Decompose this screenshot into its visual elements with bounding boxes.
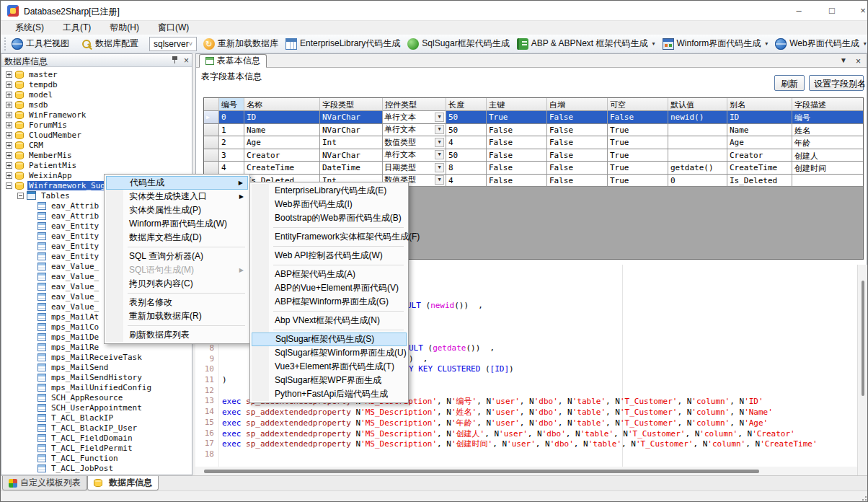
grid-cell[interactable] [792,175,864,188]
tree-expander-icon[interactable] [6,112,12,118]
grid-cell[interactable]: 创建人 [792,149,864,162]
context-menu-item-0[interactable]: 代码生成▶ [106,176,248,190]
set-field-alias-button[interactable]: 设置字段别名 [809,75,864,91]
context-menu-item-10[interactable]: 刷新数据库列表 [106,328,248,342]
grid-cell[interactable]: False [487,175,547,188]
tree-database-master[interactable]: master [6,69,59,79]
grid-cell[interactable]: 4 [446,136,487,149]
grid-cell[interactable]: 0 [219,111,244,124]
tree-table-SCH_UserAppointment-20[interactable]: SCH_UserAppointment [37,402,143,413]
grid-cell[interactable]: True [608,149,668,162]
grid-data-row[interactable]: 4CreateTimeDateTime日期类型▼8FalseFalseTrueg… [204,162,864,175]
tree-table-eav_Value_-7[interactable]: eav_Value_ [37,271,100,281]
submenu-item-6[interactable]: ABP的Vue+Element界面代码(V) [252,281,407,295]
grid-cell[interactable]: 8 [446,162,487,175]
submenu-item-11[interactable]: Vue3+Element界面代码生成(T) [252,360,407,374]
tree-database-WinFramework[interactable]: WinFramework [6,110,87,120]
tree-expander-icon[interactable] [6,132,12,138]
grid-cell[interactable]: True [608,136,668,149]
tree-node-tables[interactable]: Tables [17,190,71,201]
context-menu-item-4[interactable]: 数据库文档生成(D) [106,231,248,245]
tree-database-ForumMis[interactable]: ForumMis [6,120,68,130]
tree-table-T_ACL_LoginLog-27[interactable]: T_ACL_LoginLog [37,473,120,475]
grid-cell[interactable]: ID [244,111,320,124]
grid-cell-combobox[interactable]: 数值类型▼ [383,136,446,149]
tree-expander-icon[interactable] [6,71,12,78]
grid-cell[interactable]: True [608,175,668,188]
tree-table-SCH_AppResource-19[interactable]: SCH_AppResource [37,392,124,402]
resize-grip[interactable] [860,494,867,501]
grid-cell[interactable]: DateTime [320,162,383,175]
context-menu-item-7[interactable]: 拷贝列表内容(C) [106,277,248,291]
grid-cell[interactable] [668,149,727,162]
context-menu-item-8[interactable]: 表别名修改 [106,296,248,309]
grid-cell[interactable]: 年龄 [792,136,864,149]
grid-cell[interactable] [668,124,727,137]
tree-table-T_ACL_FieldPermit-24[interactable]: T_ACL_FieldPermit [37,443,134,453]
tree-table-eav_Attrib-0[interactable]: eav_Attrib [37,201,100,211]
grid-cell[interactable]: 创建时间 [792,162,864,175]
tree-database-model[interactable]: model [6,89,54,100]
tree-database-WeixinApp[interactable]: WeixinApp [6,170,74,180]
submenu-item-3[interactable]: EntityFramework实体框架代码生成(F) [252,230,407,244]
grid-data-row[interactable]: ▶0IDNVarChar单行文本▼50TrueFalseFalsenewid()… [204,111,864,124]
grid-cell[interactable]: False [608,111,668,124]
chevron-down-icon[interactable]: ▼ [435,150,444,159]
tree-table-eav_Value_-10[interactable]: eav_Value_ [37,301,100,312]
menu-item-1[interactable]: 工具(T) [54,21,99,35]
editor-vertical-scrollbar[interactable] [857,265,867,475]
submenu-item-8[interactable]: Abp VNext框架代码生成(N) [252,314,407,327]
grid-data-row[interactable]: 1NameNVarChar单行文本▼50FalseFalseTrueName姓名 [204,124,864,137]
submenu-item-0[interactable]: EnterpriseLibrary代码生成(E) [252,184,407,198]
tree-table-T_ACL_Function-25[interactable]: T_ACL_Function [37,453,120,463]
refresh-button[interactable]: 刷新 [774,75,805,91]
tree-database-CloudMember[interactable]: CloudMember [6,130,83,140]
toolbar-button-EnterpriseLibrary代码生成[interactable]: EnterpriseLibrary代码生成 [282,35,404,52]
dropdown-arrow-icon[interactable]: ▾ [652,40,655,47]
grid-cell[interactable]: True [487,111,547,124]
maximize-button[interactable]: □ [818,1,846,21]
tree-expander-icon[interactable] [6,122,12,128]
grid-cell[interactable]: False [547,124,608,137]
tree-expander-icon[interactable] [17,193,24,199]
submenu-item-2[interactable]: Bootstrap的Web界面代码生成(B) [252,211,407,225]
editor-horizontal-scrollbar[interactable] [195,467,857,475]
tree-table-mps_MailCo-12[interactable]: mps_MailCo [37,322,100,332]
grid-row-header[interactable] [204,124,219,137]
tree-expander-icon[interactable] [6,162,12,169]
toolbar-button-数据库配置[interactable]: 数据库配置 [77,35,142,52]
toolbar-button-SqlSugar框架代码生成[interactable]: SqlSugar框架代码生成 [404,35,513,52]
bottom-tab-0[interactable]: 自定义模板列表 [2,476,87,490]
grid-cell[interactable]: False [547,162,608,175]
grid-cell[interactable]: Creator [727,149,792,162]
tree-table-mps_MailSend-16[interactable]: mps_MailSend [37,362,110,372]
tree-database-PatientMis[interactable]: PatientMis [6,160,78,170]
tree-table-eav_Entity-5[interactable]: eav_Entity [37,251,100,261]
context-menu-item-1[interactable]: 实体类生成快速入口▶ [106,190,248,203]
grid-cell[interactable]: Name [244,124,320,137]
tree-table-eav_Value_-8[interactable]: eav_Value_ [37,281,100,291]
grid-cell-combobox[interactable]: 日期类型▼ [383,162,446,175]
grid-cell[interactable]: 1 [219,124,244,137]
toolbar-button-Winform界面代码生成[interactable]: Winform界面代码生成▾ [659,35,772,52]
grid-cell[interactable]: Name [727,124,792,137]
menu-item-2[interactable]: 帮助(H) [101,21,148,35]
grid-cell[interactable]: False [487,124,547,137]
grid-cell[interactable]: 4 [446,175,487,188]
submenu-item-5[interactable]: ABP框架代码生成(A) [252,268,407,281]
tree-database-CRM[interactable]: CRM [6,140,45,150]
context-menu-item-9[interactable]: 重新加载数据库(R) [106,309,248,323]
grid-cell[interactable]: ID [727,111,792,124]
tree-table-mps_MailSendHistory-17[interactable]: mps_MailSendHistory [37,372,143,382]
grid-cell[interactable]: False [487,136,547,149]
close-button[interactable]: × [849,1,868,21]
context-menu-item-3[interactable]: Winform界面代码生成(W) [106,217,248,231]
grid-cell[interactable]: 50 [446,124,487,137]
grid-cell[interactable]: False [487,162,547,175]
tree-table-mps_MailUnifiedConfig-18[interactable]: mps_MailUnifiedConfig [37,382,153,392]
grid-row-header[interactable]: ▶ [204,111,219,124]
context-menu-item-2[interactable]: 实体类属性生成(P) [106,203,248,217]
submenu-item-1[interactable]: Web界面代码生成(I) [252,198,407,211]
grid-cell[interactable]: False [547,149,608,162]
chevron-down-icon[interactable]: ▼ [435,163,444,172]
